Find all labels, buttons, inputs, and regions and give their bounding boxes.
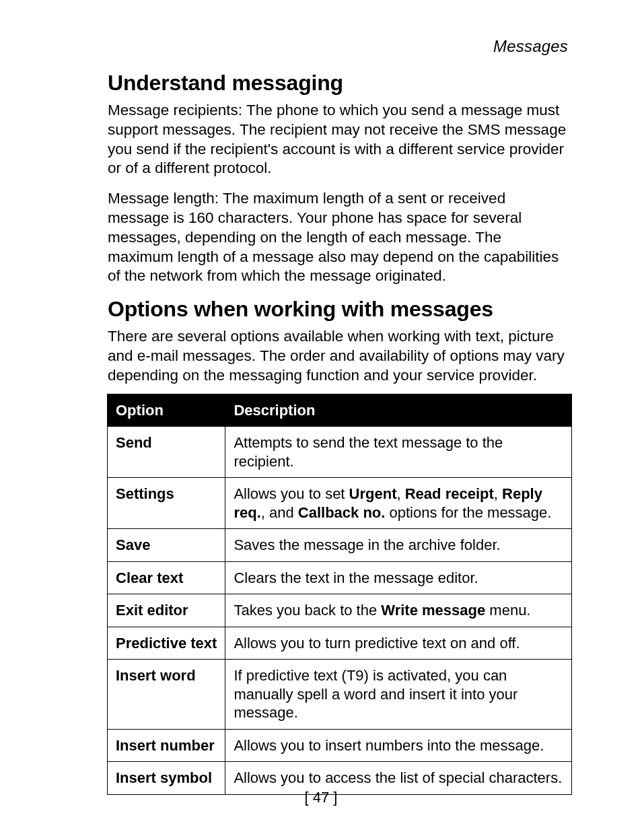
description-text: menu. <box>485 602 530 619</box>
table-header-row: Option Description <box>108 394 572 427</box>
description-cell: Saves the message in the archive folder. <box>225 529 571 562</box>
para-recipients: Message recipients: The phone to which y… <box>108 101 568 178</box>
description-text: If predictive text (T9) is activated, yo… <box>234 667 518 721</box>
bold-term: Read receipt <box>405 485 494 502</box>
description-text: Allows you to access the list of special… <box>234 769 562 786</box>
description-cell: Clears the text in the message editor. <box>225 561 571 594</box>
description-cell: If predictive text (T9) is activated, yo… <box>225 660 571 730</box>
description-text: Allows you to set <box>234 485 349 502</box>
heading-options: Options when working with messages <box>108 297 568 322</box>
bold-term: Urgent <box>349 485 397 502</box>
option-cell: Clear text <box>108 561 225 594</box>
description-cell: Allows you to insert numbers into the me… <box>225 729 571 762</box>
option-cell: Settings <box>108 478 225 529</box>
table-row: Insert wordIf predictive text (T9) is ac… <box>108 660 572 730</box>
heading-understand-messaging: Understand messaging <box>108 71 568 96</box>
running-head: Messages <box>108 37 568 56</box>
description-text: Takes you back to the <box>234 602 381 619</box>
table-row: SaveSaves the message in the archive fol… <box>108 529 572 562</box>
description-text: options for the message. <box>385 504 551 521</box>
description-cell: Attempts to send the text message to the… <box>225 427 571 478</box>
options-table: Option Description SendAttempts to send … <box>107 394 572 795</box>
table-row: SettingsAllows you to set Urgent, Read r… <box>108 478 572 529</box>
description-text: Clears the text in the message editor. <box>234 569 478 586</box>
bold-term: Callback no. <box>298 504 386 521</box>
option-cell: Insert number <box>108 729 225 762</box>
para-length: Message length: The maximum length of a … <box>108 189 568 286</box>
para-options-intro: There are several options available when… <box>108 327 568 385</box>
option-cell: Predictive text <box>108 627 225 660</box>
description-cell: Allows you to set Urgent, Read receipt, … <box>225 478 571 529</box>
description-text: , and <box>261 504 298 521</box>
table-row: Exit editorTakes you back to the Write m… <box>108 594 572 627</box>
bold-term: Write message <box>381 602 485 619</box>
description-text: Allows you to turn predictive text on an… <box>234 635 520 652</box>
table-row: Clear textClears the text in the message… <box>108 561 572 594</box>
table-row: Insert numberAllows you to insert number… <box>108 729 572 762</box>
option-cell: Send <box>108 427 225 478</box>
page-number: [ 47 ] <box>0 789 642 806</box>
option-cell: Save <box>108 529 225 562</box>
table-header-description: Description <box>225 394 571 427</box>
description-text: , <box>494 485 502 502</box>
description-text: Allows you to insert numbers into the me… <box>234 737 544 754</box>
description-cell: Takes you back to the Write message menu… <box>225 594 571 627</box>
description-text: Saves the message in the archive folder. <box>234 536 500 553</box>
page: Messages Understand messaging Message re… <box>0 0 642 840</box>
option-cell: Exit editor <box>108 594 225 627</box>
description-text: Attempts to send the text message to the… <box>234 434 503 470</box>
description-cell: Allows you to turn predictive text on an… <box>225 627 571 660</box>
option-cell: Insert word <box>108 660 225 730</box>
table-row: Predictive textAllows you to turn predic… <box>108 627 572 660</box>
table-header-option: Option <box>108 394 225 427</box>
description-text: , <box>396 485 404 502</box>
table-row: SendAttempts to send the text message to… <box>108 427 572 478</box>
